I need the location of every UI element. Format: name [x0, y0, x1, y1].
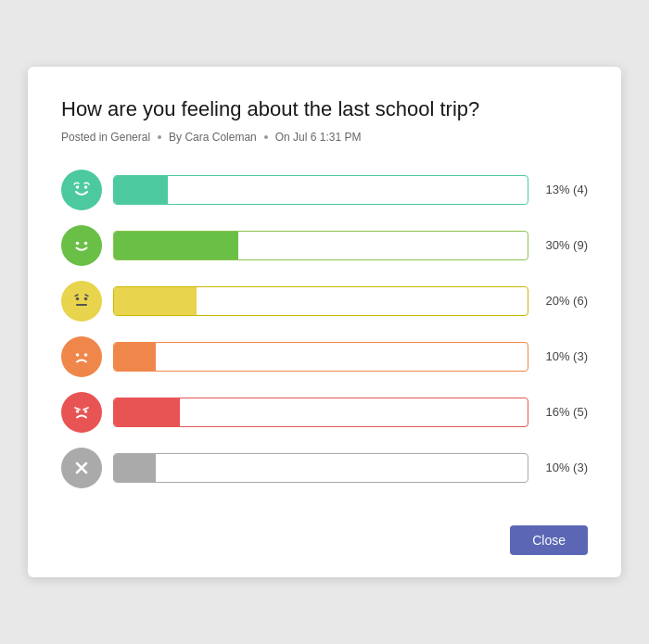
poll-title: How are you feeling about the last schoo… — [61, 96, 588, 123]
poll-row-happy: 13% (4) — [61, 170, 588, 210]
poll-row-x: 10% (3) — [61, 448, 588, 488]
meta-dot-1 — [158, 135, 161, 139]
bar-container-happy — [113, 175, 528, 205]
poll-row-smile: 30% (9) — [61, 225, 588, 266]
emoji-smile — [61, 225, 102, 266]
emoji-x — [61, 448, 102, 488]
close-button[interactable]: Close — [510, 525, 588, 555]
emoji-sad — [61, 336, 102, 377]
emoji-neutral — [61, 281, 102, 322]
bar-container-sad — [113, 342, 528, 372]
bar-container-angry — [113, 398, 528, 427]
bar-label-smile: 30% (9) — [540, 238, 588, 252]
emoji-happy — [61, 170, 102, 210]
poll-row-angry: 16% (5) — [61, 392, 588, 433]
svg-point-17 — [84, 410, 88, 413]
bar-label-angry: 16% (5) — [540, 405, 588, 419]
bar-container-neutral — [113, 286, 528, 316]
svg-point-16 — [76, 410, 80, 413]
bar-fill-neutral — [114, 287, 197, 315]
bar-label-happy: 13% (4) — [540, 183, 588, 196]
meta-author: By Cara Coleman — [169, 131, 257, 144]
poll-row-neutral: 20% (6) — [61, 281, 588, 322]
bar-fill-x — [114, 454, 156, 482]
bar-fill-happy — [114, 176, 168, 204]
poll-rows: 13% (4) 30% (9) 20% (6) 10% (3) — [61, 170, 588, 488]
bar-label-sad: 10% (3) — [540, 349, 588, 363]
poll-card: How are you feeling about the last schoo… — [28, 67, 621, 577]
bar-container-smile — [113, 231, 528, 260]
bar-fill-angry — [114, 398, 180, 426]
bar-label-neutral: 20% (6) — [540, 294, 588, 308]
svg-point-3 — [70, 234, 94, 258]
svg-point-14 — [84, 353, 88, 357]
svg-point-4 — [76, 241, 80, 245]
svg-point-5 — [84, 241, 88, 245]
emoji-angry — [61, 392, 102, 433]
bar-fill-smile — [114, 232, 238, 259]
meta-dot-2 — [264, 135, 268, 139]
svg-point-15 — [70, 400, 94, 424]
svg-point-6 — [70, 289, 94, 313]
bar-fill-sad — [114, 343, 156, 371]
bar-container-x — [113, 453, 528, 483]
svg-point-12 — [70, 345, 94, 369]
svg-point-2 — [84, 185, 88, 189]
svg-point-0 — [70, 178, 94, 202]
meta-posted: Posted in General — [61, 131, 150, 144]
poll-row-sad: 10% (3) — [61, 336, 588, 377]
svg-point-13 — [76, 353, 80, 357]
svg-point-1 — [76, 185, 80, 189]
svg-point-7 — [76, 297, 80, 300]
meta-date: On Jul 6 1:31 PM — [275, 131, 362, 144]
bar-label-x: 10% (3) — [540, 461, 588, 474]
poll-meta: Posted in General By Cara Coleman On Jul… — [61, 131, 588, 144]
svg-point-8 — [84, 297, 88, 300]
